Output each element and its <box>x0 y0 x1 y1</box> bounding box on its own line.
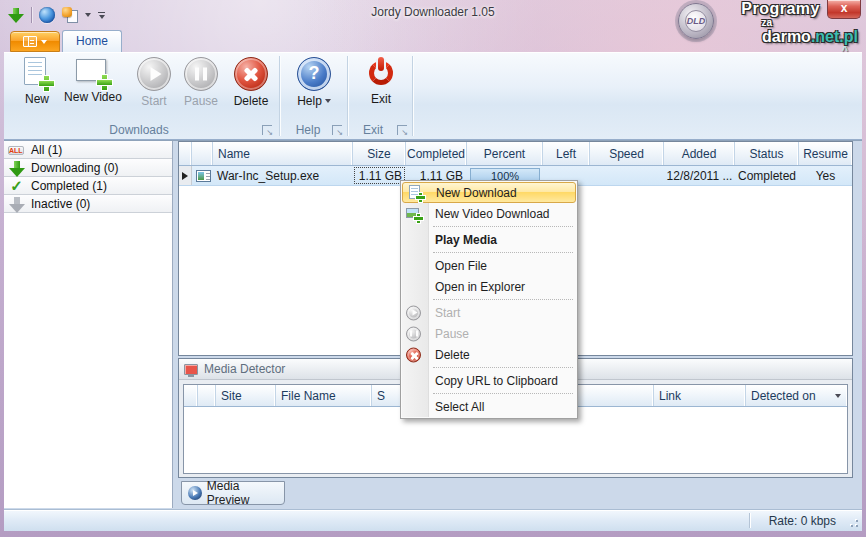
media-detector-icon <box>184 364 198 375</box>
group-separator <box>347 56 348 136</box>
help-icon: ? <box>297 57 331 91</box>
menu-item-play-media[interactable]: Play Media <box>401 229 577 250</box>
inactive-icon <box>8 196 25 212</box>
dropdown-arrow-icon <box>41 40 47 44</box>
window-title: Jordy Downloader 1.05 <box>0 5 866 19</box>
menu-item-new-download[interactable]: New Download <box>402 182 576 203</box>
delete-button[interactable]: Delete <box>226 57 276 119</box>
menu-item-delete[interactable]: Delete <box>401 344 577 365</box>
row-indicator <box>179 166 192 185</box>
row-arrow-icon <box>182 172 188 180</box>
downloading-icon <box>8 160 25 176</box>
ribbon: New New Video Start Pause Delete ? Help … <box>4 52 862 140</box>
dropdown-arrow-icon <box>325 99 331 103</box>
md-column-file-name[interactable]: File Name <box>276 385 372 406</box>
close-button[interactable]: x <box>827 0 861 19</box>
group-label-exit: Exit <box>349 121 397 138</box>
column-header-resume[interactable]: Resume <box>799 142 852 165</box>
new-document-icon <box>22 57 52 89</box>
md-column-site[interactable]: Site <box>216 385 276 406</box>
new-video-button[interactable]: New Video <box>62 57 124 119</box>
sidebar-item-label: Inactive (0) <box>31 197 90 211</box>
md-column-indicator <box>184 385 198 406</box>
all-icon: ALL <box>8 142 25 158</box>
pause-button: Pause <box>178 57 224 119</box>
group-label-downloads: Downloads <box>8 121 270 138</box>
menu-item-open-file[interactable]: Open File <box>401 255 577 276</box>
column-header-status[interactable]: Status <box>735 142 799 165</box>
category-sidebar: ALL All (1) Downloading (0) ✓ Completed … <box>4 141 173 508</box>
exit-dialog-launcher[interactable]: ↘ <box>397 125 407 135</box>
new-document-icon <box>408 185 424 201</box>
play-icon <box>137 57 171 91</box>
watermark-line2: za <box>682 18 772 28</box>
sidebar-item-inactive[interactable]: Inactive (0) <box>4 195 172 213</box>
cell-speed[interactable] <box>590 166 664 185</box>
app-menu-icon <box>23 36 37 47</box>
play-icon <box>406 305 421 320</box>
tab-home[interactable]: Home <box>62 30 122 52</box>
media-detector-title: Media Detector <box>204 362 285 376</box>
cell-resume[interactable]: Yes <box>799 166 852 185</box>
exit-button[interactable]: Exit <box>357 57 405 119</box>
power-icon <box>365 57 397 89</box>
menu-item-pause: Pause <box>401 323 577 344</box>
filter-arrow-icon[interactable] <box>835 394 841 398</box>
media-preview-icon <box>188 486 202 500</box>
sidebar-item-completed[interactable]: ✓ Completed (1) <box>4 177 172 195</box>
status-bar: Rate: 0 kbps <box>4 509 862 531</box>
media-preview-label: Media Preview <box>207 479 284 507</box>
group-label-help: Help <box>281 121 335 138</box>
cell-size[interactable]: 1.11 GB <box>353 166 406 185</box>
column-header-name[interactable]: Name <box>213 142 353 165</box>
sidebar-item-label: Downloading (0) <box>31 161 118 175</box>
md-column-link[interactable]: Link <box>654 385 746 406</box>
check-icon: ✓ <box>8 178 25 194</box>
media-preview-tab[interactable]: Media Preview <box>181 481 285 505</box>
column-header-percent[interactable]: Percent <box>467 142 543 165</box>
pause-icon <box>184 57 218 91</box>
application-menu-button[interactable] <box>10 31 60 52</box>
cell-status[interactable]: Completed <box>735 166 799 185</box>
column-header-added[interactable]: Added <box>664 142 735 165</box>
resize-grip[interactable] <box>846 515 858 527</box>
context-menu: New Download New Video Download Play Med… <box>400 180 578 419</box>
delete-icon <box>406 347 421 362</box>
sidebar-item-all[interactable]: ALL All (1) <box>4 141 172 159</box>
ribbon-tab-row: Home <box>0 30 866 52</box>
sidebar-item-downloading[interactable]: Downloading (0) <box>4 159 172 177</box>
help-button[interactable]: ? Help <box>287 57 341 119</box>
column-header-indicator <box>179 142 192 165</box>
new-video-icon <box>406 206 422 222</box>
column-header-speed[interactable]: Speed <box>590 142 664 165</box>
column-header-completed[interactable]: Completed <box>406 142 467 165</box>
menu-item-select-all[interactable]: Select All <box>401 396 577 417</box>
app-window: Jordy Downloader 1.05 x DLD Programy za … <box>0 0 866 537</box>
downloads-table-header: Name Size Completed Percent Left Speed A… <box>179 142 852 166</box>
status-separator <box>749 513 750 528</box>
column-header-icon <box>192 142 213 165</box>
column-header-left[interactable]: Left <box>543 142 590 165</box>
rate-status: Rate: 0 kbps <box>769 510 836 532</box>
file-icon <box>196 170 211 182</box>
delete-icon <box>234 57 268 91</box>
cell-added[interactable]: 12/8/2011 ... <box>664 166 735 185</box>
menu-item-new-video-download[interactable]: New Video Download <box>401 203 577 224</box>
menu-item-open-in-explorer[interactable]: Open in Explorer <box>401 276 577 297</box>
new-button[interactable]: New <box>14 57 60 119</box>
menu-item-start: Start <box>401 302 577 323</box>
group-separator <box>279 56 280 136</box>
downloads-dialog-launcher[interactable]: ↘ <box>262 125 272 135</box>
menu-item-copy-url-to-clipboard[interactable]: Copy URL to Clipboard <box>401 370 577 391</box>
cell-name[interactable]: War-Inc_Setup.exe <box>213 166 353 185</box>
pause-icon <box>406 326 421 341</box>
title-bar: Jordy Downloader 1.05 x DLD Programy za … <box>0 0 866 30</box>
column-header-size[interactable]: Size <box>353 142 406 165</box>
help-dialog-launcher[interactable]: ↘ <box>332 125 342 135</box>
sidebar-item-label: Completed (1) <box>31 179 107 193</box>
start-button: Start <box>131 57 177 119</box>
group-separator <box>412 56 413 136</box>
new-video-icon <box>76 57 110 87</box>
sidebar-item-label: All (1) <box>31 143 62 157</box>
md-column-detected-on[interactable]: Detected on <box>746 385 847 406</box>
